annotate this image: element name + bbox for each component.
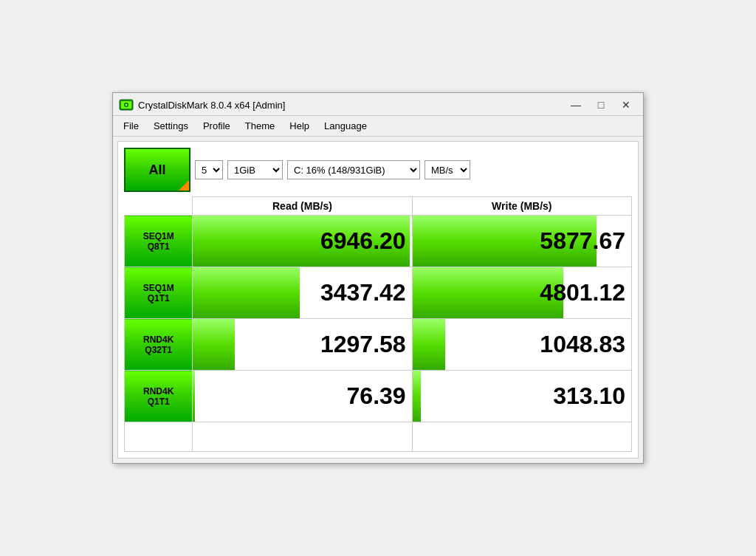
menu-item-file[interactable]: File — [116, 117, 146, 134]
row-label-1: SEQ1MQ1T1 — [125, 267, 193, 319]
read-text-0: 6946.20 — [193, 216, 411, 267]
close-button[interactable]: ✕ — [615, 97, 637, 112]
minimize-button[interactable]: — — [565, 97, 587, 112]
svg-point-3 — [126, 104, 128, 106]
table-row: RND4KQ1T1 76.39 313.10 — [125, 371, 632, 422]
label-header — [125, 197, 193, 216]
read-header: Read (MB/s) — [193, 197, 412, 216]
size-select[interactable]: 1GiB 512MiB 2GiB 4GiB — [227, 160, 283, 179]
titlebar-left: CrystalDiskMark 8.0.4 x64 [Admin] — [119, 97, 285, 112]
row-label-2: RND4KQ32T1 — [125, 319, 193, 371]
results-table: Read (MB/s) Write (MB/s) SEQ1MQ8T1 6946.… — [124, 196, 632, 452]
row-label-3: RND4KQ1T1 — [125, 371, 193, 422]
read-text-1: 3437.42 — [193, 267, 411, 318]
table-row: SEQ1MQ1T1 3437.42 4801.12 — [125, 267, 632, 319]
menubar: FileSettingsProfileThemeHelpLanguage — [113, 116, 643, 137]
write-value-2: 1048.83 — [412, 319, 631, 371]
write-text-3: 313.10 — [413, 371, 631, 422]
write-text-0: 5877.67 — [413, 216, 631, 267]
read-text-2: 1297.58 — [193, 319, 411, 370]
menu-item-profile[interactable]: Profile — [196, 117, 238, 134]
app-window: CrystalDiskMark 8.0.4 x64 [Admin] — □ ✕ … — [112, 92, 644, 464]
main-content: All 5 1 3 9 1GiB 512MiB 2GiB 4GiB C: 16%… — [117, 141, 639, 459]
corner-triangle — [179, 180, 189, 191]
controls-row: All 5 1 3 9 1GiB 512MiB 2GiB 4GiB C: 16%… — [124, 148, 632, 192]
titlebar-title: CrystalDiskMark 8.0.4 x64 [Admin] — [138, 100, 285, 111]
titlebar-controls: — □ ✕ — [565, 97, 637, 112]
read-value-1: 3437.42 — [193, 267, 412, 319]
table-row: SEQ1MQ8T1 6946.20 5877.67 — [125, 216, 632, 267]
read-value-2: 1297.58 — [193, 319, 412, 371]
menu-item-language[interactable]: Language — [317, 117, 374, 134]
menu-item-settings[interactable]: Settings — [146, 117, 196, 134]
unit-select[interactable]: MB/s GB/s IOPS μs — [425, 160, 470, 179]
write-value-3: 313.10 — [412, 371, 631, 422]
app-icon — [119, 97, 134, 112]
write-text-2: 1048.83 — [413, 319, 631, 370]
menu-item-theme[interactable]: Theme — [238, 117, 282, 134]
table-header: Read (MB/s) Write (MB/s) — [125, 197, 632, 216]
read-value-3: 76.39 — [193, 371, 412, 422]
empty-row — [125, 422, 632, 452]
write-header: Write (MB/s) — [412, 197, 631, 216]
table-row: RND4KQ32T1 1297.58 1048.83 — [125, 319, 632, 371]
maximize-button[interactable]: □ — [590, 97, 612, 112]
drive-select[interactable]: C: 16% (148/931GiB) — [287, 160, 420, 179]
write-value-0: 5877.67 — [412, 216, 631, 267]
row-label-0: SEQ1MQ8T1 — [125, 216, 193, 267]
all-button[interactable]: All — [124, 148, 190, 192]
titlebar: CrystalDiskMark 8.0.4 x64 [Admin] — □ ✕ — [113, 93, 643, 116]
write-text-1: 4801.12 — [413, 267, 631, 318]
count-select[interactable]: 5 1 3 9 — [195, 160, 223, 179]
read-text-3: 76.39 — [193, 371, 411, 422]
write-value-1: 4801.12 — [412, 267, 631, 319]
menu-item-help[interactable]: Help — [282, 117, 317, 134]
read-value-0: 6946.20 — [193, 216, 412, 267]
